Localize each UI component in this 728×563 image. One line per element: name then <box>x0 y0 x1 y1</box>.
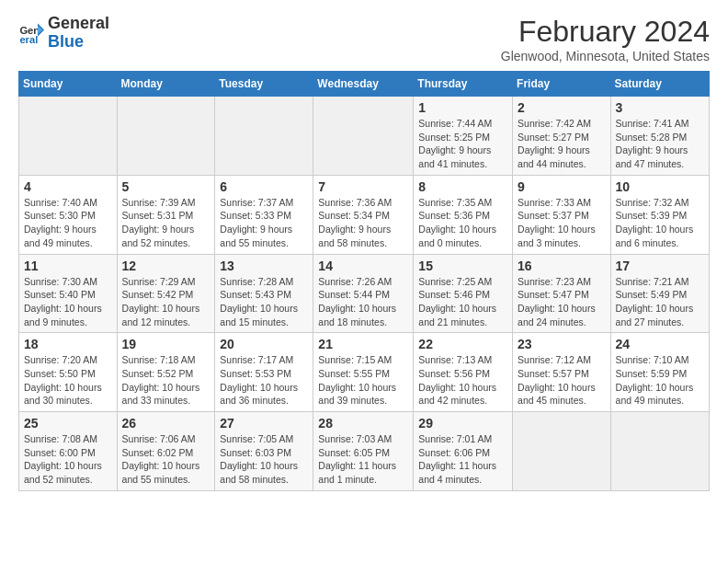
day-number: 24 <box>616 337 704 351</box>
main-title: February 2024 <box>501 15 710 49</box>
day-number: 15 <box>418 259 507 273</box>
day-info: Sunrise: 7:13 AM Sunset: 5:56 PM Dayligh… <box>418 353 507 408</box>
logo-blue: Blue <box>48 33 109 52</box>
day-number: 27 <box>220 416 308 431</box>
header-friday: Friday <box>513 72 611 97</box>
day-info: Sunrise: 7:10 AM Sunset: 5:59 PM Dayligh… <box>616 353 704 408</box>
svg-text:eral: eral <box>19 34 38 45</box>
day-number: 22 <box>418 337 507 351</box>
day-info: Sunrise: 7:18 AM Sunset: 5:52 PM Dayligh… <box>122 353 210 408</box>
day-number: 29 <box>418 416 507 431</box>
day-number: 23 <box>518 337 606 351</box>
day-cell: 24Sunrise: 7:10 AM Sunset: 5:59 PM Dayli… <box>610 333 709 412</box>
day-cell: 5Sunrise: 7:39 AM Sunset: 5:31 PM Daylig… <box>117 175 215 254</box>
day-number: 28 <box>318 416 408 431</box>
day-number: 21 <box>318 337 408 351</box>
day-number: 13 <box>220 259 308 273</box>
logo-icon: Gen eral <box>18 20 44 46</box>
day-cell: 26Sunrise: 7:06 AM Sunset: 6:02 PM Dayli… <box>117 412 215 491</box>
header: Gen eral General Blue February 2024 Glen… <box>18 15 710 63</box>
day-info: Sunrise: 7:25 AM Sunset: 5:46 PM Dayligh… <box>418 275 507 329</box>
day-cell: 13Sunrise: 7:28 AM Sunset: 5:43 PM Dayli… <box>215 254 313 333</box>
day-number: 1 <box>418 100 507 115</box>
day-cell: 6Sunrise: 7:37 AM Sunset: 5:33 PM Daylig… <box>215 175 313 254</box>
day-number: 17 <box>616 259 704 273</box>
day-cell: 3Sunrise: 7:41 AM Sunset: 5:28 PM Daylig… <box>610 97 709 176</box>
day-number: 7 <box>318 179 408 194</box>
day-cell: 22Sunrise: 7:13 AM Sunset: 5:56 PM Dayli… <box>414 333 513 412</box>
week-row-3: 11Sunrise: 7:30 AM Sunset: 5:40 PM Dayli… <box>19 254 710 333</box>
day-info: Sunrise: 7:06 AM Sunset: 6:02 PM Dayligh… <box>122 432 210 487</box>
day-number: 5 <box>122 179 210 194</box>
day-cell: 29Sunrise: 7:01 AM Sunset: 6:06 PM Dayli… <box>414 412 513 491</box>
day-cell: 4Sunrise: 7:40 AM Sunset: 5:30 PM Daylig… <box>19 175 118 254</box>
day-cell: 9Sunrise: 7:33 AM Sunset: 5:37 PM Daylig… <box>513 175 611 254</box>
day-info: Sunrise: 7:21 AM Sunset: 5:49 PM Dayligh… <box>616 275 704 329</box>
day-info: Sunrise: 7:41 AM Sunset: 5:28 PM Dayligh… <box>616 117 704 171</box>
day-info: Sunrise: 7:03 AM Sunset: 6:05 PM Dayligh… <box>318 432 408 487</box>
day-number: 19 <box>122 337 210 351</box>
day-info: Sunrise: 7:40 AM Sunset: 5:30 PM Dayligh… <box>24 196 112 250</box>
day-info: Sunrise: 7:12 AM Sunset: 5:57 PM Dayligh… <box>518 353 606 408</box>
day-info: Sunrise: 7:33 AM Sunset: 5:37 PM Dayligh… <box>518 196 606 250</box>
day-cell <box>117 97 215 176</box>
day-cell: 18Sunrise: 7:20 AM Sunset: 5:50 PM Dayli… <box>19 333 118 412</box>
day-cell <box>19 97 118 176</box>
day-number: 6 <box>220 179 308 194</box>
day-info: Sunrise: 7:05 AM Sunset: 6:03 PM Dayligh… <box>220 432 308 487</box>
day-number: 25 <box>24 416 112 431</box>
day-cell: 27Sunrise: 7:05 AM Sunset: 6:03 PM Dayli… <box>215 412 313 491</box>
day-cell: 12Sunrise: 7:29 AM Sunset: 5:42 PM Dayli… <box>117 254 215 333</box>
day-cell: 20Sunrise: 7:17 AM Sunset: 5:53 PM Dayli… <box>215 333 313 412</box>
subtitle: Glenwood, Minnesota, United States <box>501 49 710 63</box>
day-cell: 1Sunrise: 7:44 AM Sunset: 5:25 PM Daylig… <box>414 97 513 176</box>
day-cell: 25Sunrise: 7:08 AM Sunset: 6:00 PM Dayli… <box>19 412 118 491</box>
day-info: Sunrise: 7:23 AM Sunset: 5:47 PM Dayligh… <box>518 275 606 329</box>
day-info: Sunrise: 7:17 AM Sunset: 5:53 PM Dayligh… <box>220 353 308 408</box>
day-info: Sunrise: 7:28 AM Sunset: 5:43 PM Dayligh… <box>220 275 308 329</box>
day-cell: 10Sunrise: 7:32 AM Sunset: 5:39 PM Dayli… <box>610 175 709 254</box>
header-tuesday: Tuesday <box>215 72 313 97</box>
day-number: 2 <box>518 100 606 115</box>
day-number: 11 <box>24 259 112 273</box>
day-cell: 8Sunrise: 7:35 AM Sunset: 5:36 PM Daylig… <box>414 175 513 254</box>
day-info: Sunrise: 7:39 AM Sunset: 5:31 PM Dayligh… <box>122 196 210 250</box>
header-monday: Monday <box>117 72 215 97</box>
day-info: Sunrise: 7:08 AM Sunset: 6:00 PM Dayligh… <box>24 432 112 487</box>
day-info: Sunrise: 7:35 AM Sunset: 5:36 PM Dayligh… <box>418 196 507 250</box>
day-number: 12 <box>122 259 210 273</box>
day-info: Sunrise: 7:20 AM Sunset: 5:50 PM Dayligh… <box>24 353 112 408</box>
day-cell: 11Sunrise: 7:30 AM Sunset: 5:40 PM Dayli… <box>19 254 118 333</box>
day-info: Sunrise: 7:42 AM Sunset: 5:27 PM Dayligh… <box>518 117 606 171</box>
week-row-4: 18Sunrise: 7:20 AM Sunset: 5:50 PM Dayli… <box>19 333 710 412</box>
day-info: Sunrise: 7:44 AM Sunset: 5:25 PM Dayligh… <box>418 117 507 171</box>
day-cell: 2Sunrise: 7:42 AM Sunset: 5:27 PM Daylig… <box>513 97 611 176</box>
day-cell <box>215 97 313 176</box>
calendar-table: SundayMondayTuesdayWednesdayThursdayFrid… <box>18 71 710 491</box>
day-info: Sunrise: 7:29 AM Sunset: 5:42 PM Dayligh… <box>122 275 210 329</box>
day-cell: 19Sunrise: 7:18 AM Sunset: 5:52 PM Dayli… <box>117 333 215 412</box>
week-row-5: 25Sunrise: 7:08 AM Sunset: 6:00 PM Dayli… <box>19 412 710 491</box>
day-info: Sunrise: 7:32 AM Sunset: 5:39 PM Dayligh… <box>616 196 704 250</box>
day-number: 9 <box>518 179 606 194</box>
day-number: 20 <box>220 337 308 351</box>
day-number: 14 <box>318 259 408 273</box>
week-row-2: 4Sunrise: 7:40 AM Sunset: 5:30 PM Daylig… <box>19 175 710 254</box>
day-number: 8 <box>418 179 507 194</box>
logo-general: General <box>48 15 109 33</box>
day-cell: 15Sunrise: 7:25 AM Sunset: 5:46 PM Dayli… <box>414 254 513 333</box>
day-cell: 21Sunrise: 7:15 AM Sunset: 5:55 PM Dayli… <box>313 333 414 412</box>
day-info: Sunrise: 7:26 AM Sunset: 5:44 PM Dayligh… <box>318 275 408 329</box>
day-info: Sunrise: 7:01 AM Sunset: 6:06 PM Dayligh… <box>418 432 507 487</box>
header-wednesday: Wednesday <box>313 72 414 97</box>
header-sunday: Sunday <box>19 72 118 97</box>
day-info: Sunrise: 7:36 AM Sunset: 5:34 PM Dayligh… <box>318 196 408 250</box>
header-saturday: Saturday <box>610 72 709 97</box>
day-cell: 17Sunrise: 7:21 AM Sunset: 5:49 PM Dayli… <box>610 254 709 333</box>
day-cell: 28Sunrise: 7:03 AM Sunset: 6:05 PM Dayli… <box>313 412 414 491</box>
day-number: 26 <box>122 416 210 431</box>
day-number: 16 <box>518 259 606 273</box>
day-number: 18 <box>24 337 112 351</box>
day-number: 3 <box>616 100 704 115</box>
day-info: Sunrise: 7:37 AM Sunset: 5:33 PM Dayligh… <box>220 196 308 250</box>
